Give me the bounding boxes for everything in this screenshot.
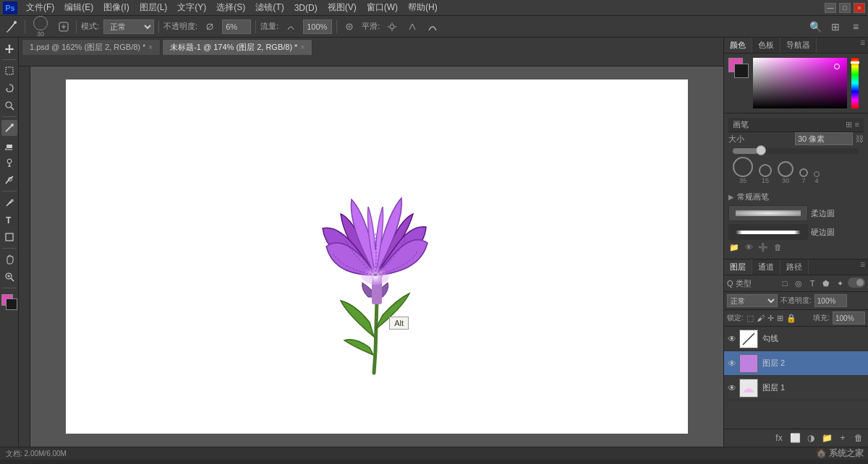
foreground-background-colors[interactable] [728,58,749,81]
menu-select[interactable]: 选择(S) [212,0,250,15]
fill-input[interactable] [833,312,865,325]
brush-preset-7[interactable]: 7 [799,168,808,184]
brush-slider-handle[interactable] [756,145,766,155]
opacity-input[interactable] [814,294,847,307]
fg-bg-color-selector[interactable] [1,294,17,310]
text-filter-icon[interactable]: T [807,278,818,289]
menu-window[interactable]: 窗口(W) [362,0,402,15]
menu-help[interactable]: 帮助(H) [404,0,442,15]
shape-filter-icon[interactable]: ⬟ [820,278,832,289]
pressure-size-icon[interactable] [425,19,441,35]
move-tool[interactable] [1,40,17,56]
brush-preset-30[interactable]: 30 [778,161,793,184]
brush-panel-menu-icon[interactable]: ≡ [855,120,859,129]
extras-icon[interactable]: ≡ [848,19,864,35]
shape-tool[interactable] [1,229,17,245]
layer-visibility-gouline[interactable]: 👁 [727,334,737,344]
layer-fx-button[interactable]: fx [773,431,786,444]
brush-add-icon[interactable]: ➕ [757,243,769,254]
layout-icon[interactable]: ⊞ [827,19,843,35]
quick-select-tool[interactable] [1,98,17,113]
lock-artboard-icon[interactable]: ⊞ [777,314,783,323]
lasso-tool[interactable] [1,80,17,96]
tab-file2-close[interactable]: × [300,43,305,51]
mode-dropdown[interactable]: 正常 [103,20,154,34]
airbrush-icon[interactable] [341,19,357,35]
hue-slider[interactable] [851,58,859,108]
layer-visibility-1[interactable]: 👁 [727,383,737,393]
brush-tool[interactable] [1,120,17,136]
layer-item-1[interactable]: 👁 图层 1 [724,376,868,400]
layer-mask-button[interactable]: ⬜ [788,431,801,444]
brush-tool-icon[interactable] [4,19,20,35]
opacity-options-icon[interactable] [202,19,218,35]
menu-filter[interactable]: 滤镜(T) [251,0,288,15]
layers-panel-menu[interactable]: ≡ [857,259,868,275]
soft-round-brush[interactable]: 柔边圆 [728,205,864,221]
color-gradient-picker[interactable] [753,58,847,108]
tab-file1-close[interactable]: × [148,43,153,51]
menu-3d[interactable]: 3D(D) [290,1,322,14]
layer-item-gouline[interactable]: 👁 勾线 [724,327,868,351]
menu-file[interactable]: 文件(F) [22,0,59,15]
menu-view[interactable]: 视图(V) [323,0,361,15]
layer-adjustment-button[interactable]: ◑ [804,431,817,444]
flow-options-icon[interactable] [283,19,299,35]
menu-layer[interactable]: 图层(L) [135,0,172,15]
hand-tool[interactable] [1,252,17,267]
background-color[interactable] [734,64,749,78]
close-button[interactable]: × [854,3,865,13]
settings-icon[interactable] [384,19,400,35]
paths-tab[interactable]: 路径 [780,259,809,275]
ps-logo[interactable]: Ps [3,1,17,14]
layer-visibility-2[interactable]: 👁 [727,358,737,369]
layer-item-2[interactable]: 👁 图层 2 [724,351,868,376]
maximize-button[interactable]: □ [839,3,851,13]
brush-panel-expand-icon[interactable]: ⊞ [846,120,852,129]
smart-filter-icon[interactable]: ✦ [834,278,846,289]
swatches-tab[interactable]: 色板 [752,38,780,53]
navigator-tab[interactable]: 导航器 [780,38,817,53]
brush-size-input[interactable]: 30 像素 [795,132,853,145]
minimize-button[interactable]: — [825,3,836,13]
eraser-tool[interactable] [1,137,17,153]
opacity-value[interactable]: 6% [222,20,251,34]
brush-preset-15[interactable]: 15 [759,164,772,184]
canvas-area[interactable]: Alt [30,66,723,447]
brush-preset-4[interactable]: 4 [814,171,820,184]
brush-folder-icon[interactable]: 📁 [728,243,740,254]
menu-image[interactable]: 图像(I) [99,0,133,15]
layers-tab[interactable]: 图层 [724,259,752,275]
menu-text[interactable]: 文字(Y) [173,0,210,15]
brush-size-slider[interactable] [733,148,859,154]
color-tab[interactable]: 颜色 [724,38,752,53]
channels-tab[interactable]: 通道 [752,259,780,275]
brush-trash-icon[interactable]: 🗑 [772,243,783,254]
lock-position-icon[interactable]: ✛ [767,314,774,323]
pressure-opacity-icon[interactable] [404,19,420,35]
clone-stamp-tool[interactable] [1,155,17,171]
healing-brush-tool[interactable] [1,172,17,188]
layer-new-button[interactable]: + [836,431,849,444]
hard-round-brush[interactable]: 硬边圆 [728,224,864,240]
brush-options-icon[interactable] [56,19,72,35]
zoom-tool[interactable] [1,269,17,285]
tab-file2[interactable]: 未标题-1 @ 174% (图层 2, RGB/8) * × [162,39,312,55]
pixel-filter-icon[interactable]: □ [779,278,791,289]
brush-eye-icon[interactable]: 👁 [743,243,754,254]
search-icon[interactable]: 🔍 [807,19,823,35]
pen-tool[interactable] [1,194,17,210]
layer-delete-button[interactable]: 🗑 [852,431,865,444]
rectangular-marquee-tool[interactable] [1,63,17,79]
lock-all-icon[interactable]: 🔒 [786,314,796,323]
flow-value[interactable]: 100% [303,20,332,34]
tab-file1[interactable]: 1.psd @ 162% (图层 2, RGB/8) * × [22,39,161,55]
lock-transparent-icon[interactable]: ⬚ [746,314,754,323]
text-tool[interactable]: T [1,212,17,228]
brush-preset-35[interactable]: 35 [733,157,753,184]
brush-size-link-icon[interactable]: ⛓ [856,134,864,143]
adjustment-filter-icon[interactable]: ◎ [793,278,804,289]
menu-edit[interactable]: 编辑(E) [60,0,98,15]
lock-pixels-icon[interactable]: 🖌 [757,314,765,322]
filter-toggle[interactable] [848,278,865,288]
